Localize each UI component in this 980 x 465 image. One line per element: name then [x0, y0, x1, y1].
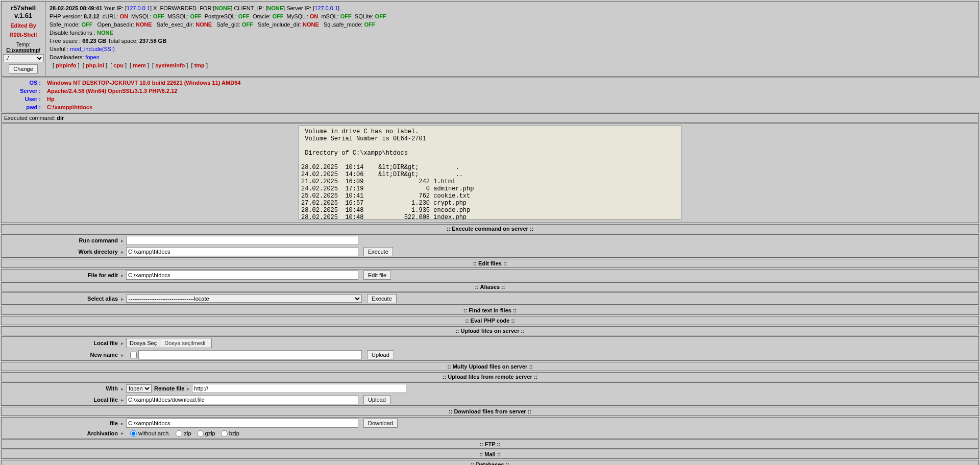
server-ip-label: Server IP: [286, 5, 311, 11]
exec-bar: Executed command: dir [1, 113, 979, 123]
pwd-value: C:\xampp\htdocs [44, 104, 979, 111]
link-phpinfo[interactable]: phpinfo [56, 62, 76, 68]
link-phpini[interactable]: php.ini [86, 62, 104, 68]
editor-name: R00t-Shell [3, 32, 43, 38]
section-download: :: Download files from server :: [1, 407, 979, 416]
temp-label: Temp: [3, 42, 43, 47]
chevron-right-icon: ▸ [121, 238, 126, 243]
your-ip[interactable]: 127.0.0.1 [127, 5, 150, 11]
section-execute: :: Execute command on server :: [1, 224, 979, 233]
archivation-label: Archivation [3, 430, 121, 436]
xfwd-label: X_FORWARDED_FOR: [153, 5, 213, 11]
chevron-right-icon: ▸ [121, 421, 126, 426]
os-value: Windows NT DESKTOP-JGKRUVT 10.0 build 22… [44, 79, 979, 86]
run-command-input[interactable] [126, 236, 358, 245]
php-ver-label: PHP version: [50, 13, 82, 19]
arch-zip-radio[interactable] [176, 430, 182, 437]
xfwd-value: NONE [215, 5, 231, 11]
chevron-right-icon: ▸ [121, 296, 126, 302]
file-edit-input[interactable] [126, 271, 358, 280]
temp-path: C:\xampptmp/ [3, 47, 43, 53]
download-button[interactable]: Download [363, 419, 398, 428]
section-multy[interactable]: :: Multy Upload files on server :: [1, 362, 979, 371]
section-aliases: :: Aliases :: [1, 282, 979, 291]
server-value: Apache/2.4.58 (Win64) OpenSSL/3.1.3 PHP/… [44, 87, 979, 94]
local-file-label: Local file [3, 340, 121, 346]
download-file-label: file [3, 420, 121, 426]
remote-url-input[interactable] [192, 384, 406, 393]
command-output[interactable] [299, 126, 681, 220]
section-evalphp[interactable]: :: Eval PHP code :: [1, 316, 979, 325]
section-findtext[interactable]: :: Find text in files :: [1, 306, 979, 315]
link-tmp[interactable]: tmp [194, 62, 205, 68]
select-alias-label: Select alias [3, 296, 121, 302]
arch-gzip-radio[interactable] [197, 430, 204, 437]
arch-none-radio[interactable] [130, 430, 137, 437]
work-dir-input[interactable] [126, 247, 358, 256]
section-databases[interactable]: :: Databases :: [1, 460, 979, 465]
shell-version: v.1.61 [3, 12, 43, 19]
chevron-right-icon: ▸ [121, 273, 126, 278]
file-choose-text: Dosya seçilmedi [160, 339, 211, 347]
sysinfo-table: OS :Windows NT DESKTOP-JGKRUVT 10.0 buil… [1, 78, 980, 112]
arch-bzip-radio[interactable] [221, 430, 228, 437]
output-wrap [1, 124, 979, 223]
client-ip: NONE [267, 5, 283, 11]
new-name-checkbox[interactable] [130, 352, 137, 358]
new-name-input[interactable] [138, 350, 362, 359]
user-label: User : [3, 95, 43, 103]
edit-file-button[interactable]: Edit file [363, 271, 391, 280]
link-mem[interactable]: mem [133, 62, 146, 68]
section-mail[interactable]: :: Mail :: [1, 450, 979, 459]
chevron-right-icon: ▸ [121, 352, 126, 358]
remote-file-label: Remote file [152, 385, 187, 391]
left-panel: r57shell v.1.61 Edited By R00t-Shell Tem… [2, 2, 45, 76]
edited-by: Edited By [3, 22, 43, 29]
header-container: r57shell v.1.61 Edited By R00t-Shell Tem… [1, 1, 979, 77]
link-fopen[interactable]: fopen [85, 54, 100, 60]
link-systeminfo[interactable]: systeminfo [155, 62, 185, 68]
link-cpu[interactable]: cpu [113, 62, 124, 68]
remote-upload-button[interactable]: Upload [363, 395, 390, 404]
chevron-right-icon: ▸ [121, 249, 126, 255]
user-value: Hp [44, 95, 979, 103]
local-file-remote-input[interactable] [126, 395, 358, 404]
work-dir-label: Work directory [3, 249, 121, 255]
file-input[interactable]: Dosya Seç Dosya seçilmedi [126, 338, 212, 348]
path-select[interactable]: ./ [3, 54, 44, 62]
file-edit-label: File for edit [3, 272, 121, 278]
upload-button[interactable]: Upload [367, 350, 394, 359]
chevron-right-icon: ▸ [121, 386, 126, 391]
php-ver: 8.2.12 [84, 13, 100, 19]
alias-select[interactable]: -----------------------------------locat… [126, 295, 362, 303]
shell-title: r57shell [3, 4, 43, 12]
exec-label: Executed command: [4, 115, 55, 121]
exec-cmd: dir [57, 115, 64, 121]
chevron-right-icon: ▸ [121, 430, 126, 436]
client-ip-label: CLIENT_IP: [234, 5, 264, 11]
section-upload: :: Upload files on server :: [1, 326, 979, 335]
with-label: With [3, 385, 121, 391]
download-file-input[interactable] [126, 419, 358, 428]
chevron-right-icon: ▸ [121, 340, 126, 346]
datetime: 28-02-2025 08:49:41 [50, 5, 102, 11]
section-remote: :: Upload files from remote server :: [1, 372, 979, 381]
section-edit: :: Edit files :: [1, 259, 979, 268]
change-button[interactable]: Change [9, 64, 38, 74]
run-command-label: Run command [3, 237, 121, 243]
local-file-remote-label: Local file [3, 397, 121, 403]
server-ip[interactable]: 127.0.0.1 [314, 5, 338, 11]
execute-button[interactable]: Execute [363, 247, 393, 256]
chevron-right-icon: ▸ [121, 397, 126, 403]
new-name-label: New name [3, 352, 121, 358]
your-ip-label: Your IP: [104, 5, 124, 11]
pwd-label: pwd : [3, 104, 43, 111]
with-select[interactable]: fopen [126, 384, 152, 393]
file-choose-button[interactable]: Dosya Seç [127, 339, 160, 347]
os-label: OS : [3, 79, 43, 86]
info-panel: 28-02-2025 08:49:41 Your IP: [127.0.0.1]… [45, 2, 978, 76]
chevron-right-icon: ▸ [187, 386, 192, 391]
link-ssi[interactable]: mod_include(SSI) [70, 46, 114, 52]
alias-execute-button[interactable]: Execute [367, 294, 397, 303]
section-ftp[interactable]: :: FTP :: [1, 439, 979, 449]
